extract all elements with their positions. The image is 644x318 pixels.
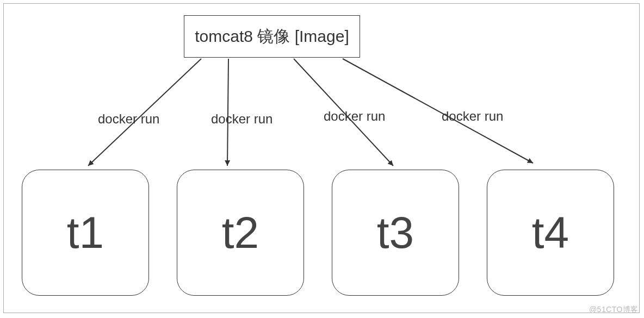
- container-label-t4: t4: [532, 207, 569, 258]
- container-label-t2: t2: [222, 207, 259, 258]
- edge-label-3: docker run: [324, 109, 385, 124]
- edge-label-4: docker run: [442, 109, 503, 124]
- container-label-t3: t3: [377, 207, 414, 258]
- container-t3: t3: [332, 170, 459, 296]
- docker-image-box: tomcat8 镜像 [Image]: [184, 15, 360, 58]
- edge-label-2: docker run: [211, 111, 273, 127]
- container-t1: t1: [22, 170, 149, 296]
- edge-label-1: docker run: [98, 111, 159, 127]
- docker-image-label: tomcat8 镜像 [Image]: [195, 26, 349, 48]
- container-t2: t2: [177, 170, 304, 296]
- container-label-t1: t1: [67, 207, 104, 258]
- container-t4: t4: [487, 170, 614, 296]
- watermark: @51CTO博客: [589, 305, 639, 315]
